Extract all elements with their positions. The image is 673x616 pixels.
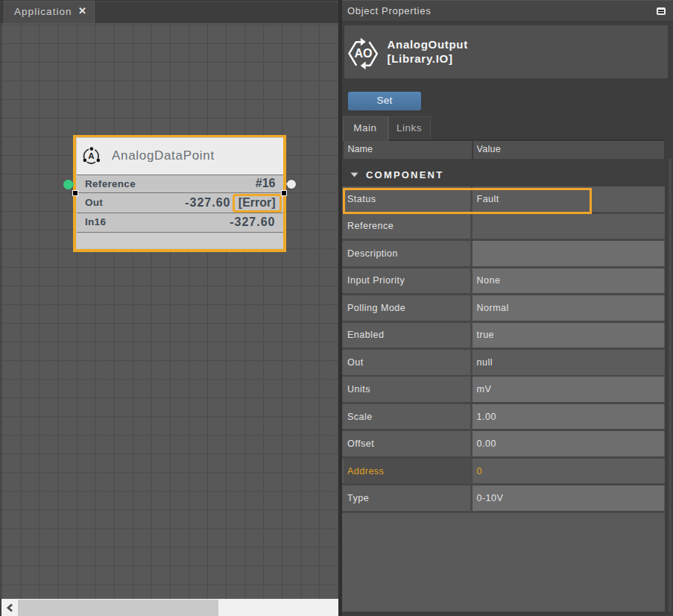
svg-text:AO: AO (355, 47, 373, 60)
svg-text:A: A (88, 151, 94, 160)
